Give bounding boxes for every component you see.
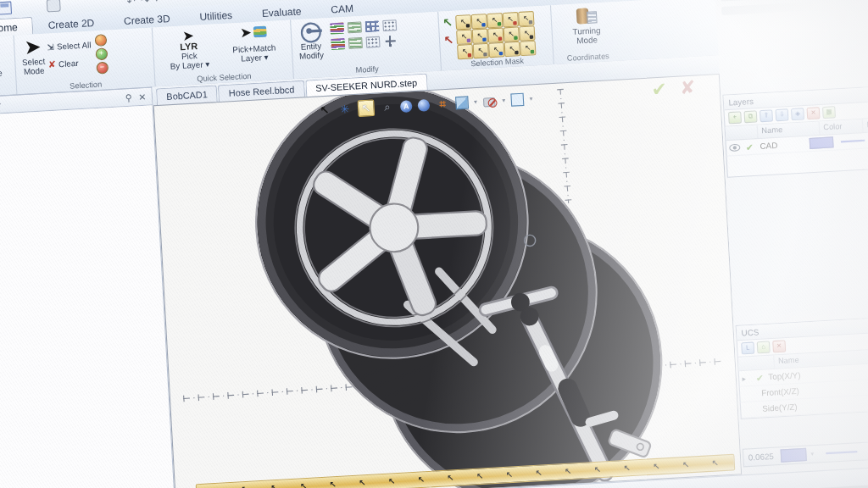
add-layer-icon[interactable]: + <box>728 111 742 124</box>
mask-strip-icon[interactable]: ↖ <box>476 472 484 481</box>
copy-layer-icon[interactable]: ⧉ <box>743 110 757 123</box>
mask-strip-icon[interactable]: ↖ <box>388 476 396 485</box>
mask-strip-icon[interactable]: ↖ <box>535 469 542 478</box>
selection-mask-button[interactable]: ↖ <box>503 12 519 27</box>
glare-obscured-panel <box>721 0 868 2</box>
selection-mask-button[interactable]: ↖ <box>471 28 487 43</box>
layer-line-style[interactable] <box>841 140 865 143</box>
modify-tool-icon[interactable] <box>383 36 398 47</box>
selection-mask-button[interactable]: ↖ <box>487 13 503 28</box>
clear-button[interactable]: ✘Clear <box>47 55 92 71</box>
highlight-toggle-icon[interactable] <box>94 34 107 47</box>
selection-mask-button[interactable]: ↖ <box>472 43 488 58</box>
viewport[interactable]: ↖ ✳ ↖ ⌕ A ⌗ ▾ ▾ ▾ ✔ ✘ ↖ ↖ ↖↖↖↖↖↖↖↖↖↖↖↖↖↖… <box>153 74 743 488</box>
undo-icon[interactable]: ↶ <box>126 0 136 7</box>
axes-icon[interactable]: ⌗ <box>435 96 450 111</box>
mask-strip-icon[interactable]: ↖ <box>300 481 308 488</box>
save-all-icon[interactable] <box>0 2 12 15</box>
selection-mask-button[interactable]: ↖ <box>471 14 487 29</box>
selection-mask-button[interactable]: ↖ <box>503 26 519 42</box>
remove-selection-icon[interactable]: − <box>96 62 108 75</box>
layer-filter-icon[interactable]: ▦ <box>822 106 836 119</box>
cursor-icon[interactable]: ↖ <box>317 103 332 118</box>
pick-by-layer-button[interactable]: ➤ LYR Pick By Layer ▾ <box>165 26 213 72</box>
pick-match-icon: ➤ <box>240 24 267 39</box>
selection-mask-button[interactable]: ↖ <box>457 44 473 59</box>
cancel-icon[interactable]: ✘ <box>679 76 696 99</box>
wireframe-view-icon[interactable] <box>510 93 524 107</box>
zoom-icon[interactable]: ⌕ <box>380 99 395 114</box>
line-style-preview[interactable] <box>826 451 857 454</box>
chevron-down-icon[interactable]: ▾ <box>502 97 505 104</box>
paste-button[interactable]: Paste <box>0 65 3 81</box>
mask-include-icon[interactable]: ↖ <box>442 15 453 30</box>
redo-icon[interactable]: ↷ <box>141 0 150 6</box>
merge-layer-icon[interactable]: ⇩ <box>775 108 788 121</box>
selection-mask-button[interactable]: ↖ <box>519 25 535 41</box>
accept-icon[interactable]: ✔ <box>651 78 668 101</box>
mask-strip-icon[interactable]: ↖ <box>594 465 602 474</box>
mask-strip-icon[interactable]: ↖ <box>682 460 690 469</box>
move-layer-icon[interactable]: ⇧ <box>760 109 773 122</box>
shaded-sphere-icon[interactable] <box>417 98 430 111</box>
mask-exclude-icon[interactable]: ↖ <box>443 33 454 47</box>
new-ucs-icon[interactable]: L <box>741 341 754 354</box>
mask-strip-icon[interactable]: ↖ <box>623 463 631 473</box>
hide-entities-icon[interactable] <box>482 95 497 108</box>
selection-mask-button[interactable]: ↖ <box>488 42 504 58</box>
mask-strip-icon[interactable]: ↖ <box>711 458 719 468</box>
mask-strip-icon[interactable]: ↖ <box>329 480 337 488</box>
select-mode-button[interactable]: ➤ Select Mode <box>18 36 48 78</box>
ribbon-group-modify: Entity Modify Modify <box>291 12 442 79</box>
modify-tool-icon[interactable] <box>364 20 379 32</box>
3d-model-hose-reel[interactable] <box>154 75 743 488</box>
line-width-value[interactable]: 0.0625 <box>748 452 775 463</box>
selection-mask-button[interactable]: ↖ <box>455 14 471 30</box>
chevron-down-icon[interactable]: ▾ <box>529 95 532 103</box>
modify-tool-icon[interactable] <box>331 38 345 50</box>
mask-strip-icon[interactable]: ↖ <box>447 474 454 483</box>
ucs-origin-icon[interactable]: ⌂ <box>757 341 771 353</box>
modify-tool-icon[interactable] <box>348 37 362 49</box>
color-swatch[interactable] <box>780 448 806 463</box>
more-commands-icon[interactable]: ▾ <box>154 0 159 5</box>
entity-modify-button[interactable]: Entity Modify <box>295 19 327 62</box>
selection-mask-button[interactable]: ↖ <box>504 42 520 57</box>
selection-mask-button[interactable]: ↖ <box>487 27 504 42</box>
turning-mode-button[interactable]: Turning Mode <box>569 4 604 47</box>
mask-strip-icon[interactable]: ↖ <box>270 483 278 488</box>
close-icon[interactable]: ✕ <box>138 92 147 102</box>
add-selection-icon[interactable]: + <box>95 47 108 60</box>
row-selector-icon <box>741 409 754 410</box>
chevron-down-icon[interactable]: ▾ <box>474 98 477 106</box>
pin-icon[interactable]: ⚲ <box>125 92 132 103</box>
annotation-icon[interactable]: A <box>400 100 413 113</box>
modify-tool-icon[interactable] <box>365 36 380 48</box>
mask-strip-icon[interactable]: ↖ <box>241 485 248 488</box>
selection-mask-button[interactable]: ↖ <box>456 29 472 44</box>
layer-settings-icon[interactable]: ◈ <box>791 108 804 120</box>
settings-icon[interactable] <box>47 0 61 12</box>
entity-modify-icon <box>298 21 323 43</box>
chevron-down-icon[interactable]: ▾ <box>810 451 814 458</box>
pick-match-layer-button[interactable]: ➤ Pick+Match Layer ▾ <box>229 23 280 65</box>
modify-tool-icon[interactable] <box>347 21 361 33</box>
modify-tool-icon[interactable] <box>330 23 344 35</box>
selection-mask-button[interactable]: ↖ <box>518 11 534 26</box>
snap-icon[interactable]: ✳ <box>337 102 353 117</box>
layer-color-swatch[interactable] <box>810 136 834 149</box>
turning-mode-label2: Mode <box>576 35 598 45</box>
mask-strip-icon[interactable]: ↖ <box>417 475 425 485</box>
delete-ucs-icon[interactable]: ✕ <box>772 340 786 352</box>
mask-strip-icon[interactable]: ↖ <box>506 470 514 480</box>
mask-strip-icon[interactable]: ↖ <box>565 467 572 476</box>
visibility-eye-icon[interactable] <box>729 144 741 152</box>
shaded-view-icon[interactable] <box>455 96 469 109</box>
mask-strip-icon[interactable]: ↖ <box>653 462 660 471</box>
modify-tool-icon[interactable] <box>382 19 397 31</box>
selection-mask-button[interactable]: ↖ <box>520 41 536 56</box>
delete-layer-icon[interactable]: ✕ <box>806 107 820 119</box>
select-all-button[interactable]: ⇲Select All <box>47 37 92 53</box>
selection-filter-icon[interactable]: ↖ <box>358 99 376 117</box>
mask-strip-icon[interactable]: ↖ <box>359 478 366 487</box>
